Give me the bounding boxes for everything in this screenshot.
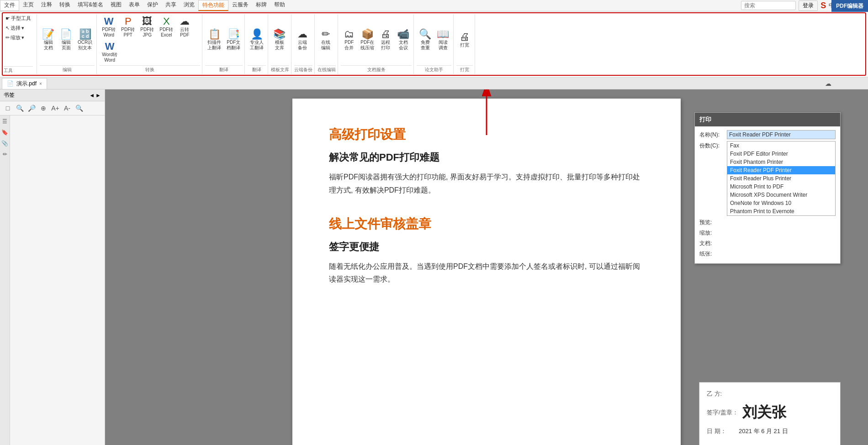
print-wide-btn[interactable]: 🖨 打宽 bbox=[456, 31, 473, 49]
printer-onenote[interactable]: OneNote for Windows 10 bbox=[727, 199, 835, 207]
ocr-btn[interactable]: 🔡 OCR识别文本 bbox=[75, 28, 95, 52]
edit-page-btn[interactable]: 📄 编辑页面 bbox=[58, 28, 74, 52]
pdf-merge-btn[interactable]: 🗂 PDF合并 bbox=[341, 28, 357, 52]
word-to-word-btn[interactable]: W Word转Word bbox=[100, 40, 120, 64]
pdf-to-ppt-btn[interactable]: P PDF转PPT bbox=[119, 15, 137, 39]
menu-sign[interactable]: 填写&签名 bbox=[74, 0, 107, 11]
template-btn[interactable]: 📚 模板文库 bbox=[271, 28, 288, 52]
printer-foxit-plus[interactable]: Foxit Reader Plus Printer bbox=[727, 174, 835, 183]
sidebar-zoom-out-btn[interactable]: 🔎 bbox=[26, 103, 37, 113]
print-wide-content: 🖨 打宽 bbox=[456, 15, 473, 64]
read-survey-btn[interactable]: 📖 阅读调查 bbox=[434, 28, 451, 52]
menu-view[interactable]: 视图 bbox=[107, 0, 125, 11]
section-sign: 线上文件审核盖章 签字更便捷 随着无纸化办公应用普及。当遇到使用PDF文档中需要… bbox=[329, 215, 644, 287]
online-edit-btn[interactable]: ✏ 在线编辑 bbox=[318, 28, 334, 52]
hand-tool-btn[interactable]: ☛ 手型工具 bbox=[4, 14, 33, 23]
login-button[interactable]: 登录 bbox=[799, 0, 818, 11]
printer-fax[interactable]: Fax bbox=[727, 141, 835, 150]
pdf-to-excel-btn[interactable]: X PDF转Excel bbox=[157, 15, 175, 39]
printer-foxit-reader[interactable]: Foxit Reader PDF Printer bbox=[727, 166, 835, 174]
printer-phantom-evernote[interactable]: Phantom Print to Evernote bbox=[727, 207, 835, 215]
cloud-backup-label: 云端备份 bbox=[298, 40, 307, 51]
printer-ms-xps[interactable]: Microsoft XPS Document Writer bbox=[727, 191, 835, 199]
menu-home[interactable]: 主页 bbox=[19, 0, 37, 11]
word-to-word-label: Word转Word bbox=[102, 52, 117, 63]
menu-label[interactable]: 标牌 bbox=[252, 0, 270, 11]
sidebar-bookmark-area bbox=[10, 115, 105, 445]
edit-icon: ✏ bbox=[5, 35, 10, 41]
convert-group: W PDF转Word P PDF转PPT 🖼 PDF转JPG X PDF转Exc… bbox=[98, 14, 202, 74]
menu-items: 文件 主页 注释 转换 填写&签名 视图 表单 保护 共享 浏览 特色功能 云服… bbox=[0, 0, 741, 11]
pro-translate-group-label: 翻译 bbox=[248, 65, 266, 73]
sogou-logo: S bbox=[820, 1, 826, 10]
pdf-to-word-btn[interactable]: W PDF转Word bbox=[100, 15, 118, 39]
sidebar-zoom-fit-btn[interactable]: ⊕ bbox=[38, 103, 48, 113]
print-wide-group-label: 打宽 bbox=[456, 65, 473, 73]
section2-subtitle: 签字更便捷 bbox=[329, 240, 644, 254]
cloud-to-pdf-btn[interactable]: ☁ 云转PDF bbox=[176, 15, 193, 39]
menu-special[interactable]: 特色功能 bbox=[198, 0, 228, 11]
pro-translate-btn[interactable]: 👤 专业人工翻译 bbox=[248, 28, 266, 52]
free-check-label: 免费查重 bbox=[421, 40, 430, 51]
printer-ms-pdf[interactable]: Microsoft Print to PDF bbox=[727, 183, 835, 191]
menu-share[interactable]: 共享 bbox=[162, 0, 180, 11]
menu-file[interactable]: 文件 bbox=[0, 0, 19, 11]
sidebar-nav-icon-1[interactable]: ☰ bbox=[1, 117, 9, 126]
edit-group-content: 📝 编辑文档 📄 编辑页面 🔡 OCR识别文本 bbox=[40, 15, 95, 64]
menu-convert[interactable]: 转换 bbox=[56, 0, 74, 11]
template-group-label: 模板文库 bbox=[271, 65, 289, 73]
printer-list[interactable]: Fax Foxit PDF Editor Printer Foxit Phant… bbox=[727, 141, 836, 216]
main-layout: 书签 ◄ ► □ 🔍 🔎 ⊕ A+ A- 🔍 ☰ 🔖 📎 ✏ bbox=[0, 89, 868, 445]
sig-name-value: 刘关张 bbox=[742, 403, 786, 423]
sidebar-content: ☰ 🔖 📎 ✏ bbox=[0, 115, 105, 445]
free-check-btn[interactable]: 🔍 免费查重 bbox=[417, 28, 434, 52]
printer-foxit-phantom[interactable]: Foxit Phantom Printer bbox=[727, 158, 835, 166]
pdf-compress-btn[interactable]: 📦 PDF在线压缩 bbox=[358, 28, 376, 52]
pdf-compress-icon: 📦 bbox=[361, 29, 374, 39]
menu-comment[interactable]: 注释 bbox=[37, 0, 56, 11]
search-input[interactable] bbox=[741, 1, 796, 10]
print-paper-label: 纸张: bbox=[699, 249, 727, 258]
menu-help[interactable]: 帮助 bbox=[270, 0, 289, 11]
doc-tab[interactable]: 📄 演示.pdf × bbox=[2, 78, 47, 89]
edit-tool-btn[interactable]: ✏ 缩放 ▾ bbox=[4, 33, 33, 42]
edit-doc-btn[interactable]: 📝 编辑文档 bbox=[40, 28, 57, 52]
doc-meeting-btn[interactable]: 📹 文档会议 bbox=[395, 28, 412, 52]
sidebar-search-btn[interactable]: 🔍 bbox=[74, 103, 84, 113]
cloud-backup-group-label: 云端备份 bbox=[294, 65, 312, 73]
section1-subtitle: 解决常见的PDF打印难题 bbox=[329, 151, 644, 164]
arrow-right-btn[interactable]: ► bbox=[95, 92, 101, 99]
pdf-to-jpg-btn[interactable]: 🖼 PDF转JPG bbox=[138, 15, 156, 39]
print-zoom-label: 缩放: bbox=[699, 228, 727, 237]
print-name-row: 名称(N): bbox=[699, 130, 836, 139]
sidebar-font-large-btn[interactable]: A+ bbox=[50, 103, 60, 113]
sidebar-font-small-btn[interactable]: A- bbox=[62, 103, 72, 113]
menu-form[interactable]: 表单 bbox=[125, 0, 143, 11]
select-tool-btn[interactable]: ↖ 选择 ▾ bbox=[4, 24, 33, 32]
sidebar-new-btn[interactable]: □ bbox=[3, 103, 13, 113]
pdf-compress-label: PDF在线压缩 bbox=[360, 40, 374, 51]
menu-browse[interactable]: 浏览 bbox=[180, 0, 198, 11]
print-list-area[interactable]: Fax Foxit PDF Editor Printer Foxit Phant… bbox=[727, 141, 836, 216]
select-label: 选择 bbox=[11, 25, 21, 31]
tab-close-btn[interactable]: × bbox=[39, 81, 42, 86]
sidebar-nav-icon-3[interactable]: 📎 bbox=[1, 139, 9, 147]
convert-group-content: W PDF转Word P PDF转PPT 🖼 PDF转JPG X PDF转Exc… bbox=[100, 15, 200, 64]
read-survey-icon: 📖 bbox=[437, 29, 449, 39]
read-survey-label: 阅读调查 bbox=[439, 40, 448, 51]
arrow-left-btn[interactable]: ◄ bbox=[89, 92, 95, 99]
printer-foxit-editor[interactable]: Foxit PDF Editor Printer bbox=[727, 150, 835, 158]
menu-cloud[interactable]: 云服务 bbox=[228, 0, 252, 11]
remote-print-btn[interactable]: 🖨 远程打印 bbox=[377, 28, 394, 52]
cloud-backup-btn[interactable]: ☁ 云端备份 bbox=[294, 28, 311, 52]
menu-protect[interactable]: 保护 bbox=[143, 0, 162, 11]
sidebar-nav-icon-4[interactable]: ✏ bbox=[1, 150, 9, 158]
sidebar-nav-icon-2[interactable]: 🔖 bbox=[1, 128, 9, 136]
sig-date-row: 日 期： 2021 年 6 月 21 日 bbox=[707, 427, 833, 435]
tools-label: 工具 bbox=[4, 66, 33, 74]
sidebar-zoom-in-btn[interactable]: 🔍 bbox=[15, 103, 25, 113]
scan-translate-btn[interactable]: 📋 扫描件上翻译 bbox=[205, 28, 223, 52]
pdf-translate-btn[interactable]: 📑 PDF文档翻译 bbox=[224, 28, 243, 52]
section2-title: 线上文件审核盖章 bbox=[329, 215, 644, 233]
print-name-input[interactable] bbox=[727, 130, 836, 139]
